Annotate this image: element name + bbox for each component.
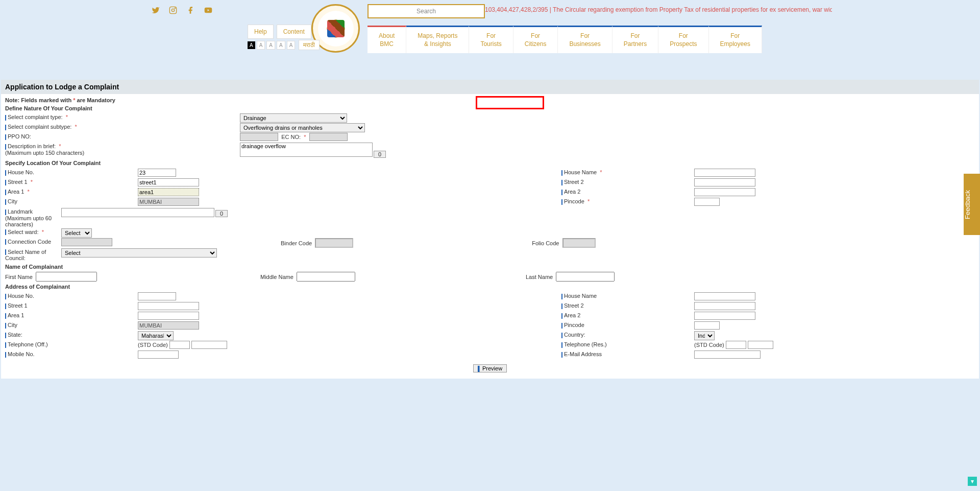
bindercode-label: Binder Code bbox=[281, 240, 312, 246]
lastname-input[interactable] bbox=[556, 272, 615, 282]
addr-email-input[interactable] bbox=[694, 350, 761, 359]
section-complainant-address: Address of Complainant bbox=[5, 284, 975, 290]
addr-housename-label: House Name bbox=[564, 293, 597, 299]
middlename-input[interactable] bbox=[297, 272, 355, 282]
addr-teloff-label: Telephone (Off.) bbox=[8, 341, 48, 347]
loc-area2-input[interactable] bbox=[694, 188, 755, 196]
preview-button[interactable]: Preview bbox=[473, 364, 507, 372]
highlight-box bbox=[476, 96, 544, 109]
addr-houseno-input[interactable] bbox=[138, 292, 176, 300]
landmark-hint: (Maximum upto 60 characters) bbox=[5, 215, 52, 227]
conncode-input bbox=[61, 238, 112, 246]
facebook-icon[interactable] bbox=[186, 6, 194, 16]
addr-city-input bbox=[138, 321, 199, 330]
complaint-type-select[interactable]: Drainage bbox=[240, 113, 347, 123]
landmark-counter: 0 bbox=[215, 210, 228, 217]
font-size-a2[interactable]: A bbox=[257, 41, 265, 50]
section-location: Specify Location Of Your Complaint bbox=[5, 160, 975, 166]
desc-hint: (Maximum upto 150 characters) bbox=[5, 150, 84, 156]
addr-street2-input[interactable] bbox=[694, 302, 755, 310]
feedback-tab[interactable]: Feedback bbox=[964, 174, 980, 235]
loc-area1-label: Area 1 bbox=[8, 189, 24, 195]
std-label-res: (STD Code) bbox=[694, 342, 724, 348]
addr-area2-label: Area 2 bbox=[564, 312, 580, 318]
loc-street1-label: Street 1 bbox=[8, 179, 28, 185]
addr-city-label: City bbox=[8, 322, 17, 328]
svg-point-1 bbox=[172, 9, 174, 11]
nav-employees[interactable]: ForEmployees bbox=[709, 26, 762, 53]
search-input[interactable]: Search bbox=[368, 4, 485, 18]
landmark-input[interactable] bbox=[61, 208, 214, 217]
nav-maps[interactable]: Maps, Reports& Insights bbox=[406, 26, 469, 53]
addr-country-select[interactable]: India bbox=[694, 331, 715, 340]
ec-input bbox=[309, 133, 348, 141]
addr-teloff-std[interactable] bbox=[169, 341, 190, 349]
nav-tourists[interactable]: ForTourists bbox=[469, 26, 513, 53]
font-size-a1[interactable]: A bbox=[248, 41, 255, 49]
ec-label: EC NO: bbox=[281, 134, 301, 140]
addr-telres-num[interactable] bbox=[748, 341, 773, 349]
help-link[interactable]: Help bbox=[248, 25, 274, 39]
middlename-label: Middle Name bbox=[260, 274, 293, 280]
addr-email-label: E-Mail Address bbox=[564, 351, 602, 357]
instagram-icon[interactable] bbox=[169, 6, 177, 16]
nav-prospects[interactable]: ForProspects bbox=[658, 26, 708, 53]
ppo-label: PPO NO: bbox=[8, 133, 31, 139]
complaint-type-label: Select complaint type: bbox=[8, 114, 63, 120]
council-select[interactable]: Select bbox=[61, 248, 217, 258]
nav-businesses[interactable]: ForBusinesses bbox=[558, 26, 612, 53]
complaint-subtype-select[interactable]: Overflowing drains or manholes bbox=[240, 123, 365, 132]
loc-houseno-input[interactable] bbox=[138, 169, 176, 177]
news-ticker[interactable]: 103,404,427,428,2/395 | The Circular reg… bbox=[485, 6, 832, 16]
page-title: Application to Lodge a Complaint bbox=[1, 80, 979, 94]
addr-area1-input[interactable] bbox=[138, 312, 199, 320]
loc-area1-input[interactable] bbox=[138, 188, 199, 196]
addr-state-label: State: bbox=[8, 332, 22, 338]
twitter-icon[interactable] bbox=[152, 6, 160, 16]
addr-state-select[interactable]: Maharashtra bbox=[138, 331, 174, 340]
addr-teloff-num[interactable] bbox=[191, 341, 227, 349]
addr-housename-input[interactable] bbox=[694, 292, 755, 300]
font-size-a3[interactable]: A bbox=[266, 41, 275, 50]
addr-area1-label: Area 1 bbox=[8, 312, 24, 318]
ppo-input bbox=[240, 133, 278, 141]
font-size-a5[interactable]: A bbox=[287, 41, 296, 50]
section-complainant-name: Name of Complainant bbox=[5, 264, 975, 270]
language-toggle[interactable]: मराठी bbox=[299, 40, 320, 50]
font-options: A A A A A मराठी bbox=[248, 40, 320, 50]
loc-housename-input[interactable] bbox=[694, 169, 755, 177]
addr-area2-input[interactable] bbox=[694, 312, 755, 320]
addr-telres-std[interactable] bbox=[726, 341, 746, 349]
nav-about[interactable]: AboutBMC bbox=[368, 26, 406, 53]
nav-partners[interactable]: ForPartners bbox=[612, 26, 658, 53]
addr-street1-input[interactable] bbox=[138, 302, 199, 310]
firstname-input[interactable] bbox=[36, 272, 97, 282]
loc-street2-input[interactable] bbox=[694, 178, 755, 186]
main-nav: AboutBMC Maps, Reports& Insights ForTour… bbox=[368, 26, 762, 53]
loc-street1-input[interactable] bbox=[138, 178, 199, 186]
desc-label: Description in brief: bbox=[8, 143, 56, 149]
landmark-label: Landmark bbox=[8, 208, 33, 215]
addr-mobile-label: Mobile No. bbox=[8, 351, 35, 357]
addr-telres-label: Telephone (Res.) bbox=[564, 341, 607, 347]
firstname-label: First Name bbox=[5, 274, 33, 280]
loc-city-label: City bbox=[8, 198, 17, 204]
font-size-a4[interactable]: A bbox=[277, 41, 285, 50]
conncode-label: Connection Code bbox=[8, 239, 51, 245]
addr-mobile-input[interactable] bbox=[138, 350, 179, 359]
council-label: Select Name of Council: bbox=[5, 249, 46, 262]
addr-pincode-input[interactable] bbox=[694, 321, 720, 330]
loc-city-input bbox=[138, 198, 199, 206]
lastname-label: Last Name bbox=[526, 274, 553, 280]
bindercode-input bbox=[315, 238, 353, 248]
nav-citizens[interactable]: ForCitizens bbox=[513, 26, 558, 53]
ward-select[interactable]: Select bbox=[61, 228, 92, 238]
loc-housename-label: House Name bbox=[564, 169, 597, 175]
addr-houseno-label: House No. bbox=[8, 293, 34, 299]
addr-street1-label: Street 1 bbox=[8, 302, 28, 309]
addr-country-label: Country: bbox=[564, 332, 585, 338]
content-link[interactable]: Content bbox=[277, 25, 311, 39]
youtube-icon[interactable] bbox=[204, 6, 213, 16]
description-textarea[interactable]: drainage overflow bbox=[240, 143, 373, 157]
loc-pincode-input[interactable] bbox=[694, 198, 720, 206]
